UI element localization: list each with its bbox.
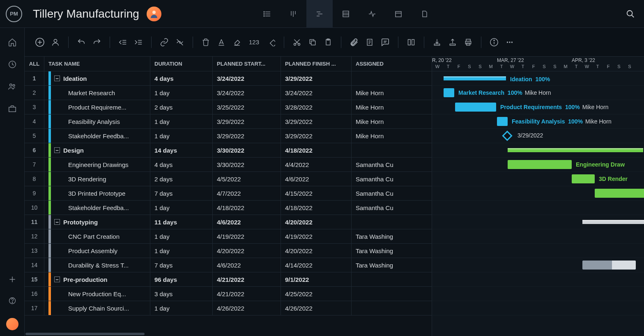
start-cell[interactable]: 4/21/2022: [213, 272, 281, 286]
copy-button[interactable]: [306, 36, 319, 48]
avatar[interactable]: [147, 7, 161, 21]
gantt-bar[interactable]: [582, 220, 644, 224]
board-view-tab[interactable]: [280, 0, 306, 28]
start-cell[interactable]: 4/19/2022: [213, 229, 281, 243]
add-task-button[interactable]: [34, 36, 46, 48]
gantt-row[interactable]: [432, 301, 644, 315]
task-name-cell[interactable]: Engineering Drawings: [44, 158, 150, 171]
columns-button[interactable]: [405, 36, 417, 48]
table-row[interactable]: 1−Ideation4 days3/24/20223/29/2022: [25, 71, 432, 86]
start-cell[interactable]: 4/21/2022: [213, 287, 281, 301]
duration-cell[interactable]: 7 days: [150, 258, 213, 272]
print-button[interactable]: [462, 36, 474, 48]
redo-button[interactable]: [91, 36, 103, 48]
collapse-icon[interactable]: −: [54, 277, 60, 282]
task-name-cell[interactable]: Product Requireme...: [44, 100, 150, 114]
milestone-button[interactable]: [265, 36, 277, 48]
table-row[interactable]: 93D Printed Prototype7 days4/7/20224/15/…: [25, 186, 432, 201]
task-name-cell[interactable]: Market Research: [44, 86, 150, 100]
table-row[interactable]: 10Stakeholder Feedba...1 day4/18/20224/1…: [25, 201, 432, 215]
activity-view-tab[interactable]: [359, 0, 385, 28]
start-cell[interactable]: 3/30/2022: [213, 158, 281, 171]
gantt-row[interactable]: Ideation 100%: [432, 71, 644, 86]
import-button[interactable]: [431, 36, 443, 48]
horizontal-scrollbar[interactable]: [25, 332, 432, 336]
task-name-cell[interactable]: Product Assembly: [44, 244, 150, 258]
assigned-cell[interactable]: [352, 301, 398, 315]
assigned-cell[interactable]: Mike Horn: [352, 100, 398, 114]
duration-cell[interactable]: 4 days: [150, 71, 213, 85]
finish-cell[interactable]: 3/29/2022: [281, 129, 352, 143]
more-button[interactable]: [504, 36, 516, 48]
outdent-button[interactable]: [117, 36, 129, 48]
comments-button[interactable]: [379, 36, 391, 48]
gantt-bar[interactable]: Feasibility Analysis 100%Mike Horn: [497, 117, 508, 126]
gantt-row[interactable]: [432, 258, 644, 272]
start-cell[interactable]: 4/6/2022: [213, 258, 281, 272]
gantt-row[interactable]: [432, 201, 644, 215]
list-view-tab[interactable]: [254, 0, 280, 28]
portfolio-icon[interactable]: [8, 104, 17, 113]
start-cell[interactable]: 3/25/2022: [213, 100, 281, 114]
logo[interactable]: PM: [6, 6, 22, 22]
gantt-row[interactable]: 3D Render: [432, 172, 644, 186]
recent-icon[interactable]: [8, 60, 17, 69]
gantt-view-tab[interactable]: [306, 0, 333, 28]
gantt-bar[interactable]: Ideation 100%: [444, 76, 506, 80]
assigned-cell[interactable]: Mike Horn: [352, 129, 398, 143]
home-icon[interactable]: [8, 38, 17, 47]
assigned-cell[interactable]: Samantha Cu: [352, 201, 398, 215]
duration-cell[interactable]: 2 days: [150, 100, 213, 114]
start-cell[interactable]: 3/29/2022: [213, 114, 281, 128]
duration-cell[interactable]: 96 days: [150, 272, 213, 286]
col-finish[interactable]: PLANNED FINISH ...: [281, 57, 352, 71]
gantt-row[interactable]: Feasibility Analysis 100%Mike Horn: [432, 114, 644, 129]
table-row[interactable]: 17Supply Chain Sourci...1 day4/26/20224/…: [25, 301, 432, 315]
duration-cell[interactable]: 1 day: [150, 244, 213, 258]
col-duration[interactable]: DURATION: [150, 57, 213, 71]
gantt-row[interactable]: [432, 215, 644, 229]
start-cell[interactable]: 3/29/2022: [213, 129, 281, 143]
col-all[interactable]: ALL: [25, 57, 44, 71]
gantt-row[interactable]: [432, 272, 644, 287]
finish-cell[interactable]: 4/26/2022: [281, 301, 352, 315]
calendar-view-tab[interactable]: [385, 0, 412, 28]
table-row[interactable]: 83D Rendering2 days4/5/20224/6/2022Saman…: [25, 172, 432, 186]
collapse-icon[interactable]: −: [54, 147, 60, 153]
link-button[interactable]: [158, 36, 170, 48]
delete-button[interactable]: [200, 36, 212, 48]
duration-cell[interactable]: 1 day: [150, 114, 213, 128]
gantt-bar[interactable]: Product Requirements 100%Mike Horn: [455, 103, 496, 112]
col-task[interactable]: TASK NAME: [44, 57, 150, 71]
finish-cell[interactable]: 3/29/2022: [281, 71, 352, 85]
col-start[interactable]: PLANNED START...: [213, 57, 281, 71]
files-view-tab[interactable]: [412, 0, 438, 28]
task-name-cell[interactable]: −Pre-production: [44, 272, 150, 286]
duration-cell[interactable]: 14 days: [150, 143, 213, 157]
table-row[interactable]: 6−Design14 days3/30/20224/18/2022: [25, 143, 432, 158]
assigned-cell[interactable]: Mike Horn: [352, 86, 398, 100]
duration-cell[interactable]: 1 day: [150, 201, 213, 215]
gantt-bar[interactable]: Market Research 100%Mike Horn: [444, 88, 454, 97]
table-row[interactable]: 13Product Assembly1 day4/20/20224/20/202…: [25, 244, 432, 258]
unlink-button[interactable]: [174, 36, 186, 48]
finish-cell[interactable]: 3/24/2022: [281, 86, 352, 100]
gantt-chart[interactable]: R, 20 '22MAR, 27 '22APR, 3 '22 WTFSSMTWT…: [432, 57, 644, 336]
cut-button[interactable]: [291, 36, 303, 48]
finish-cell[interactable]: 4/18/2022: [281, 143, 352, 157]
table-row[interactable]: 7Engineering Drawings4 days3/30/20224/4/…: [25, 158, 432, 172]
attachment-button[interactable]: [348, 36, 360, 48]
assigned-cell[interactable]: Samantha Cu: [352, 158, 398, 171]
finish-cell[interactable]: 4/19/2022: [281, 229, 352, 243]
duration-cell[interactable]: 7 days: [150, 186, 213, 200]
start-cell[interactable]: 3/30/2022: [213, 143, 281, 157]
finish-cell[interactable]: 4/6/2022: [281, 172, 352, 186]
task-name-cell[interactable]: 3D Printed Prototype: [44, 186, 150, 200]
gantt-row[interactable]: 3/29/2022: [432, 129, 644, 143]
help-icon[interactable]: [8, 297, 16, 305]
text-color-button[interactable]: [215, 36, 228, 48]
duration-cell[interactable]: 2 days: [150, 172, 213, 186]
task-name-cell[interactable]: Supply Chain Sourci...: [44, 301, 150, 315]
table-row[interactable]: 3Product Requireme...2 days3/25/20223/28…: [25, 100, 432, 114]
duration-cell[interactable]: 3 days: [150, 287, 213, 301]
